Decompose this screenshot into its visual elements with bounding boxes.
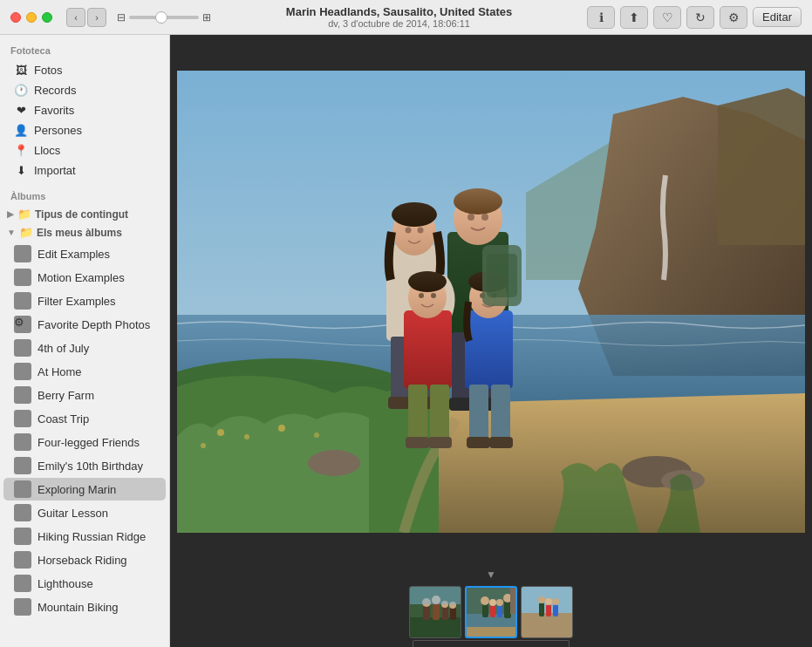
album-thumb-emily [14, 457, 31, 474]
svg-rect-39 [406, 437, 429, 448]
sidebar-item-edit-examples[interactable]: Edit Examples [3, 242, 166, 265]
sidebar-item-four-legged[interactable]: Four-legged Friends [3, 431, 166, 453]
svg-rect-79 [522, 613, 573, 638]
svg-rect-37 [408, 385, 427, 441]
minimize-button[interactable] [26, 12, 37, 23]
album-label-coast: Coast Trip [38, 412, 89, 426]
close-button[interactable] [10, 12, 21, 23]
album-label-hiking: Hiking Russian Ridge [38, 530, 146, 543]
sidebar-item-persones[interactable]: 👤 Persones [3, 120, 166, 140]
svg-point-35 [419, 293, 424, 298]
persons-icon: 👤 [14, 123, 28, 137]
forward-button[interactable]: › [87, 8, 106, 27]
favorite-button[interactable]: ♡ [653, 6, 681, 29]
places-icon: 📍 [14, 143, 28, 157]
albums-section-header: Àlbums [0, 180, 169, 205]
svg-rect-60 [450, 607, 456, 620]
info-button[interactable]: ℹ [587, 6, 615, 29]
album-group-tipus[interactable]: ▶ 📁 Tipus de contingut [0, 205, 169, 223]
svg-point-9 [217, 429, 224, 436]
photo-main[interactable] [170, 35, 812, 569]
maximize-button[interactable] [42, 12, 52, 23]
sidebar-item-guitar[interactable]: Guitar Lesson [3, 501, 166, 524]
sidebar-label-importat: Importat [34, 164, 76, 177]
svg-point-17 [467, 214, 474, 221]
svg-point-34 [408, 271, 447, 292]
svg-rect-83 [553, 604, 558, 616]
album-thumb-four [14, 433, 31, 451]
sidebar-item-emily[interactable]: Emily's 10th Birthday [3, 454, 166, 477]
folder-icon-meus: 📁 [19, 226, 33, 239]
album-group-meus[interactable]: ▼ 📁 Els meus àlbums [0, 223, 169, 242]
share-button[interactable]: ⬆ [620, 6, 648, 29]
svg-rect-49 [489, 437, 513, 448]
svg-point-27 [418, 228, 424, 234]
titlebar-left: ‹ › ⊟ ⊞ [10, 8, 211, 27]
svg-rect-65 [410, 587, 461, 604]
collapse-arrow-meus: ▼ [7, 228, 16, 237]
album-label-motion: Motion Examples [38, 271, 125, 284]
sidebar-item-july[interactable]: 4th of July [3, 337, 166, 359]
album-label-filter: Filter Examples [38, 295, 116, 308]
album-label-horse: Horseback Riding [38, 554, 127, 567]
sidebar-item-lighthouse[interactable]: Lighthouse [3, 572, 166, 595]
zoom-slider[interactable]: ⊟ ⊞ [117, 11, 211, 24]
svg-rect-81 [539, 603, 544, 616]
album-thumb-filter [14, 292, 31, 310]
sidebar-item-horseback[interactable]: Horseback Riding [3, 548, 166, 571]
album-label-mountain: Mountain Biking [38, 601, 119, 614]
svg-rect-71 [497, 605, 502, 617]
svg-rect-48 [467, 437, 490, 448]
svg-rect-47 [491, 385, 510, 441]
sidebar-item-filter-examples[interactable]: Filter Examples [3, 289, 166, 312]
filmstrip-thumb-3[interactable] [521, 586, 573, 638]
sidebar-label-llocs: Llocs [34, 144, 60, 157]
svg-rect-70 [490, 605, 495, 617]
album-thumb-home [14, 363, 31, 380]
album-label-marin: Exploring Marin [38, 483, 116, 496]
back-button[interactable]: ‹ [66, 8, 85, 27]
album-label-depth: Favorite Depth Photos [38, 318, 150, 331]
rotate-button[interactable]: ↻ [686, 6, 714, 29]
svg-point-36 [431, 293, 436, 298]
sidebar-item-berry-farm[interactable]: Berry Farm [3, 384, 166, 406]
svg-rect-69 [482, 603, 488, 617]
sidebar-item-mountain-biking[interactable]: Mountain Biking [3, 596, 166, 618]
filmstrip-thumb-2[interactable] [465, 586, 517, 638]
sidebar-item-favorite-depth[interactable]: ⚙ Favorite Depth Photos [3, 313, 166, 336]
photo-title: Marin Headlands, Sausalito, United State… [211, 5, 587, 18]
sidebar: Fototeca 🖼 Fotos 🕐 Records ❤ Favorits 👤 … [0, 35, 170, 647]
photo-subtitle: dv, 3 d'octubre de 2014, 18:06:11 [211, 18, 587, 29]
sidebar-item-importat[interactable]: ⬇ Importat [3, 160, 166, 180]
library-section-header: Fototeca [0, 35, 169, 59]
album-label-home: At Home [38, 365, 82, 378]
svg-rect-32 [404, 310, 452, 389]
sidebar-item-at-home[interactable]: At Home [3, 360, 166, 383]
sidebar-item-hiking[interactable]: Hiking Russian Ridge [3, 525, 166, 548]
sidebar-item-favorits[interactable]: ❤ Favorits [3, 100, 166, 119]
sidebar-item-motion-examples[interactable]: Motion Examples [3, 266, 166, 289]
album-thumb-motion [14, 269, 31, 286]
svg-point-86 [552, 598, 559, 605]
filmstrip: ▼ [170, 569, 812, 647]
records-icon: 🕐 [14, 83, 28, 97]
sidebar-item-exploring-marin[interactable]: Exploring Marin [3, 478, 166, 501]
edit-button[interactable]: Editar [753, 7, 802, 27]
svg-rect-68 [467, 627, 517, 638]
album-thumb-lighthouse [14, 575, 31, 592]
settings-button[interactable]: ⚙ [720, 6, 747, 29]
svg-rect-41 [465, 310, 513, 389]
svg-rect-59 [442, 606, 448, 620]
filmstrip-thumb-1[interactable] [409, 586, 461, 638]
sidebar-item-llocs[interactable]: 📍 Llocs [3, 140, 166, 160]
album-thumb-hiking [14, 528, 31, 545]
svg-point-73 [481, 596, 489, 605]
album-thumb-depth: ⚙ [14, 316, 31, 333]
filmstrip-container [409, 577, 573, 638]
sidebar-item-fotos[interactable]: 🖼 Fotos [3, 60, 166, 79]
svg-rect-82 [546, 604, 551, 616]
sidebar-item-records[interactable]: 🕐 Records [3, 80, 166, 99]
filmstrip-connector [413, 640, 570, 647]
album-thumb-berry [14, 386, 31, 404]
sidebar-item-coast-trip[interactable]: Coast Trip [3, 407, 166, 430]
